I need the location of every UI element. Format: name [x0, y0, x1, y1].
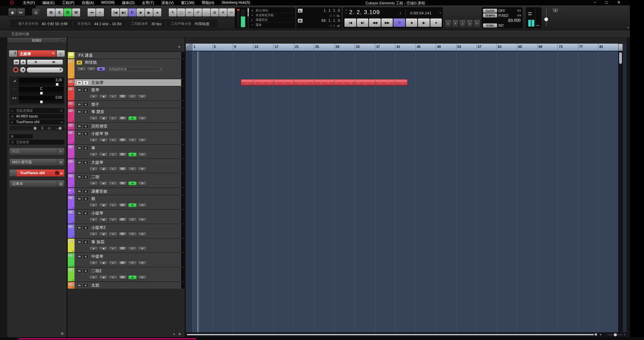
record-mode-row[interactable]: ● 穿入/穿出	[251, 8, 293, 13]
glue-tool-icon[interactable]: ✐	[194, 8, 202, 16]
pan-handle[interactable]	[40, 92, 43, 95]
read-automation-button[interactable]: R	[128, 94, 137, 99]
play-button[interactable]: ▶	[145, 8, 153, 16]
write-automation-button[interactable]: W	[138, 217, 147, 222]
forward-button[interactable]: ▶▶	[381, 18, 393, 27]
read-automation-button[interactable]: R	[128, 246, 137, 251]
write-automation-button[interactable]: W	[138, 138, 147, 142]
marker-jump-button[interactable]: ▴	[467, 19, 473, 28]
toolbar-scroll-up-button[interactable]: ▲	[552, 8, 559, 13]
menu-item[interactable]: 音频(A)	[82, 0, 94, 5]
erase-tool-icon[interactable]: ◌	[202, 8, 210, 16]
autoscroll-button[interactable]: ⇥•	[88, 8, 96, 16]
maximize-button[interactable]: □	[605, 0, 608, 5]
chord-link-button[interactable]: ▣	[97, 67, 105, 71]
menu-item[interactable]: 走带(T)	[142, 0, 154, 5]
solo-button[interactable]: s	[83, 124, 89, 129]
solo-button[interactable]: s	[83, 132, 89, 136]
menu-item[interactable]: 帮助(H)	[202, 0, 214, 5]
menu-item[interactable]: Steinberg Hub(S)	[222, 0, 250, 5]
mute-button[interactable]: m	[76, 88, 82, 92]
marker-jump-button[interactable]: ▾	[452, 19, 459, 28]
solo-button[interactable]: s	[83, 110, 89, 114]
monitor-button[interactable]: ◀	[99, 116, 108, 120]
input-transformer-button[interactable]	[118, 116, 127, 120]
solo-button[interactable]: s	[83, 226, 89, 230]
write-automation-button[interactable]: W	[138, 167, 147, 171]
track-row[interactable]: 1 FX 通道	[68, 52, 184, 58]
track-color-strip[interactable]: 7	[68, 123, 74, 130]
record-mode-row[interactable]: ▾ 从光标处开始	[251, 13, 293, 18]
split-tool-icon[interactable]: ✂	[185, 8, 194, 16]
track-color-strip[interactable]: 10	[68, 159, 74, 173]
track-row[interactable]: 19 m s 太鼓	[68, 282, 184, 289]
solo-button[interactable]: s	[83, 175, 89, 179]
read-automation-button[interactable]: R	[128, 138, 137, 142]
vertical-scrollbar[interactable]	[618, 44, 623, 332]
track-color-strip[interactable]: 9	[68, 145, 74, 158]
time-signature[interactable]: 4/4	[517, 14, 521, 17]
mute-button[interactable]: m	[76, 175, 82, 179]
record-enable-button[interactable]: ●	[89, 138, 98, 142]
record-enable-button[interactable]: ●	[89, 203, 98, 207]
read-automation-button[interactable]: R	[128, 232, 137, 236]
click-value[interactable]: OFF	[498, 9, 505, 13]
event-display[interactable]	[186, 51, 618, 332]
solo-button[interactable]: s	[83, 283, 89, 288]
marker-jump-button[interactable]: ▴	[445, 19, 451, 28]
horizontal-scrollbar[interactable]: ▾ +	[186, 332, 627, 337]
monitor-button[interactable]: ◀	[99, 94, 108, 99]
mute-button[interactable]: m	[76, 146, 82, 150]
record-enable-button[interactable]: ●	[89, 232, 98, 236]
monitor-button[interactable]: ◀	[99, 152, 108, 157]
track-color-strip[interactable]: 8	[68, 130, 74, 144]
input-transformer-button[interactable]	[118, 217, 127, 222]
menu-item[interactable]: 工程(P)	[62, 0, 74, 5]
record-enable-button[interactable]: ●	[89, 94, 98, 99]
setup-window-layout-button[interactable]: ≔	[17, 8, 25, 16]
input-transformer-button[interactable]	[118, 246, 127, 251]
inspector-solo-button[interactable]: s	[20, 59, 26, 65]
delay-slider[interactable]	[19, 100, 64, 103]
punch-in-icon[interactable]: ‖▶	[336, 14, 340, 17]
input-transformer-button[interactable]	[118, 232, 127, 236]
record-mode-row[interactable]: ▸ 保留历史	[251, 18, 293, 22]
menu-item[interactable]: MIDI(M)	[101, 0, 115, 5]
mute-button[interactable]: m	[76, 197, 82, 201]
rewind-button[interactable]: ◀◀	[369, 18, 381, 27]
read-all-button[interactable]: R	[64, 8, 72, 16]
record-button[interactable]: ●	[153, 8, 161, 16]
monitor-button[interactable]: ◀	[99, 261, 108, 265]
activate-project-button[interactable]: ◉	[8, 8, 16, 16]
stop-button[interactable]: ■	[137, 8, 145, 16]
read-automation-button[interactable]: R	[128, 217, 137, 222]
write-automation-button[interactable]: W	[138, 152, 147, 157]
mute-button[interactable]: m	[76, 269, 82, 273]
solo-button[interactable]: s	[83, 211, 89, 215]
solo-button[interactable]: s	[83, 81, 89, 85]
write-automation-button[interactable]: W	[138, 94, 147, 99]
record-enable-button[interactable]: ●	[89, 217, 98, 222]
zoom-slider-knob[interactable]	[614, 333, 617, 336]
record-enable-button[interactable]: ●	[89, 275, 98, 280]
record-enable-button[interactable]	[13, 67, 19, 73]
read-automation-button[interactable]: R	[128, 167, 137, 171]
read-automation-button[interactable]: R	[128, 261, 137, 265]
input-transformer-button[interactable]	[118, 261, 127, 265]
inspector-mute-button[interactable]: m	[13, 59, 19, 65]
reload-icon[interactable]: ↻	[60, 109, 63, 112]
zoom-preset-dropdown-icon[interactable]: ▾	[600, 333, 601, 336]
monitor-button[interactable]: ◀	[99, 217, 108, 222]
delay-display[interactable]: 0.00	[19, 95, 64, 100]
track-row[interactable]: 10 m s 大提琴 ● ◀ e R W	[68, 159, 184, 173]
marker-dropdown-icon[interactable]: ▾	[627, 26, 629, 29]
mute-button[interactable]: m	[76, 132, 82, 136]
solo-button[interactable]: s	[83, 189, 89, 194]
track-row[interactable]: 13 m s 鼓 ● ◀ e R W	[68, 195, 184, 209]
track-row[interactable]: 18 m s 二胡2 ● ◀ e R W	[68, 268, 184, 281]
monitor-button[interactable]: ◀	[99, 181, 108, 186]
track-color-strip[interactable]: 11	[68, 174, 74, 187]
track-color-strip[interactable]: 13	[68, 195, 74, 209]
solo-button[interactable]: s	[83, 160, 89, 165]
select-tool-icon[interactable]: ↖	[169, 8, 177, 16]
